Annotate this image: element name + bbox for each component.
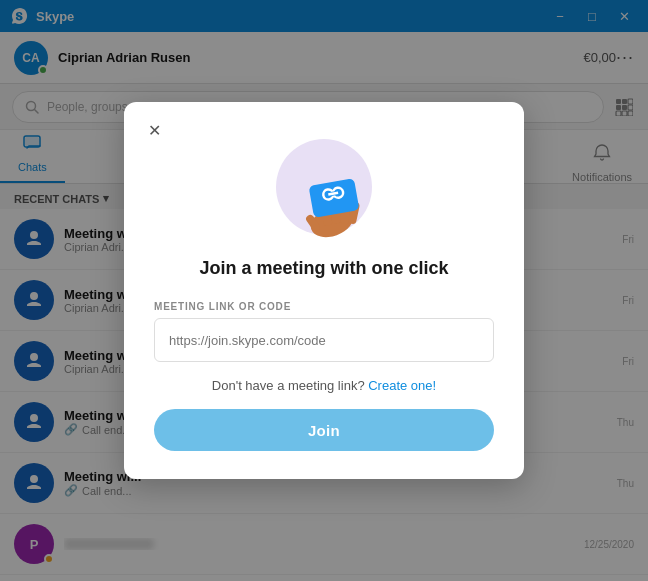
meeting-link-label: MEETING LINK OR CODE [154,301,291,312]
modal-title: Join a meeting with one click [199,258,448,279]
join-button[interactable]: Join [154,409,494,451]
meeting-link-input[interactable] [154,318,494,362]
overlay: ✕ [0,0,648,581]
create-link[interactable]: Create one! [368,378,436,393]
meeting-illustration [269,132,379,242]
modal-close-button[interactable]: ✕ [140,116,168,144]
svg-line-24 [328,193,338,195]
create-text: Don't have a meeting link? Create one! [212,378,436,393]
modal: ✕ [124,102,524,479]
